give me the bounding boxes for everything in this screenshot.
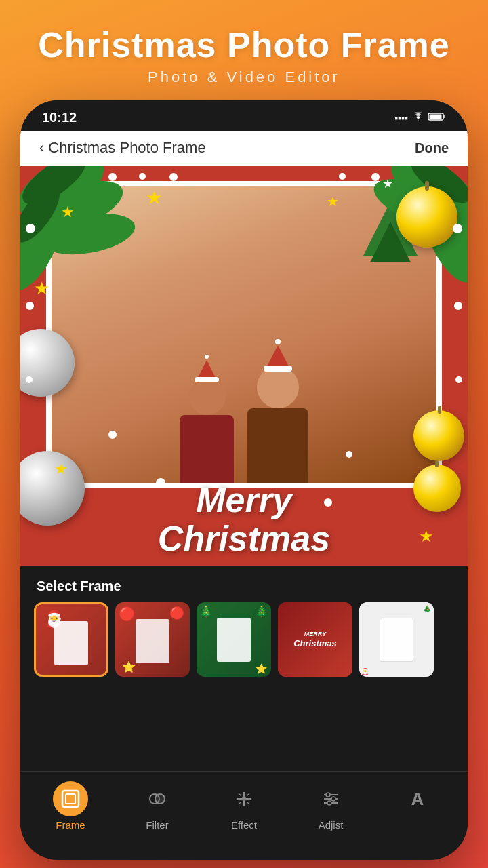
svg-point-31 xyxy=(327,801,331,805)
adjust-icon-wrap xyxy=(313,781,348,816)
ornament-gold-top-right xyxy=(396,186,458,248)
svg-rect-16 xyxy=(66,794,75,804)
svg-point-29 xyxy=(326,793,330,797)
svg-line-24 xyxy=(247,793,249,796)
frame-icon xyxy=(61,789,80,808)
bottom-toolbar: Frame Filter xyxy=(20,771,468,844)
signal-icon: ▪▪▪▪ xyxy=(394,113,408,123)
frame-label: Frame xyxy=(56,819,85,831)
svg-point-30 xyxy=(331,797,336,801)
ornament-gold-right xyxy=(413,410,464,461)
app-header: Christmas Photo Frame Photo & Video Edit… xyxy=(0,0,488,100)
svg-rect-2 xyxy=(430,115,442,119)
star-2: ★ xyxy=(146,186,163,209)
phone-mockup: 10:12 ▪▪▪▪ ‹ Chr xyxy=(20,100,468,860)
toolbar-item-frame[interactable]: Frame xyxy=(43,781,98,831)
snow-dot-14 xyxy=(346,451,352,458)
status-icons: ▪▪▪▪ xyxy=(394,112,446,123)
svg-rect-1 xyxy=(443,115,445,118)
filter-label: Filter xyxy=(146,819,168,831)
select-frame-label: Select Frame xyxy=(20,566,468,602)
toolbar-item-more[interactable]: A - xyxy=(390,781,445,831)
star-6: ★ xyxy=(54,460,68,478)
merry-christmas-text: Merry Christmas xyxy=(20,481,468,558)
more-icon-wrap: A xyxy=(400,781,435,816)
frame-thumb-2[interactable]: 🔴 🔴 ⭐ xyxy=(115,602,190,677)
star-4: ★ xyxy=(382,176,393,191)
toolbar-item-filter[interactable]: Filter xyxy=(130,781,184,831)
frame-thumb-1[interactable]: 🎅 xyxy=(34,602,108,677)
effect-icon xyxy=(235,789,253,808)
nav-title: Christmas Photo Frame xyxy=(48,139,205,157)
star-1: ★ xyxy=(61,203,75,221)
svg-rect-15 xyxy=(62,791,79,807)
snow-dot-8 xyxy=(26,376,33,383)
merry-line2: Christmas xyxy=(20,519,468,558)
app-subtitle: Photo & Video Editor xyxy=(14,68,474,86)
toolbar-item-effect[interactable]: Effect xyxy=(217,781,271,831)
more-icon: A xyxy=(411,789,424,810)
snow-dot-10 xyxy=(454,302,462,310)
svg-line-25 xyxy=(239,802,241,804)
more-label: - xyxy=(416,819,420,831)
snow-dot-11 xyxy=(455,376,462,383)
frame-thumb-3[interactable]: 🎄 🎄 ⭐ xyxy=(197,602,271,677)
toolbar-item-adjust[interactable]: Adjist xyxy=(304,781,358,831)
adjust-label: Adjist xyxy=(319,819,344,831)
nav-back-button[interactable]: ‹ Christmas Photo Frame xyxy=(39,139,206,157)
filter-icon xyxy=(148,789,167,808)
frame-area: ★ ★ ★ ★ ★ ★ ★ xyxy=(20,166,468,566)
effect-label: Effect xyxy=(231,819,257,831)
svg-point-21 xyxy=(242,797,246,801)
bottom-panel: Select Frame 🎅 🔴 🔴 ⭐ xyxy=(20,566,468,844)
filter-icon-wrap xyxy=(140,781,175,816)
done-button[interactable]: Done xyxy=(415,140,449,156)
nav-bar: ‹ Christmas Photo Frame Done xyxy=(20,131,468,166)
snow-dot-13 xyxy=(108,431,117,439)
snow-dot-6 xyxy=(26,224,35,233)
frame-thumb-5[interactable]: 🎄 🎅 xyxy=(359,602,434,677)
merry-line1: Merry xyxy=(20,481,468,519)
adjust-icon xyxy=(321,789,340,808)
snow-dot-7 xyxy=(26,302,34,310)
frame-thumbnails[interactable]: 🎅 🔴 🔴 ⭐ 🎄 🎄 ⭐ xyxy=(20,602,468,677)
star-5: ★ xyxy=(34,278,49,299)
svg-line-23 xyxy=(247,802,249,804)
phone-notch xyxy=(190,107,298,126)
effect-icon-wrap xyxy=(226,781,262,816)
battery-icon xyxy=(428,112,446,123)
app-title: Christmas Photo Frame xyxy=(14,26,474,64)
svg-line-22 xyxy=(239,793,241,796)
wifi-icon xyxy=(412,112,424,123)
back-chevron-icon: ‹ xyxy=(39,139,44,157)
status-time: 10:12 xyxy=(42,110,77,125)
snow-dot-9 xyxy=(453,224,462,233)
frame-icon-wrap xyxy=(53,781,88,816)
svg-point-18 xyxy=(155,794,165,804)
frame-thumb-4[interactable]: MERRY Christmas xyxy=(278,602,352,677)
star-3: ★ xyxy=(327,193,339,210)
